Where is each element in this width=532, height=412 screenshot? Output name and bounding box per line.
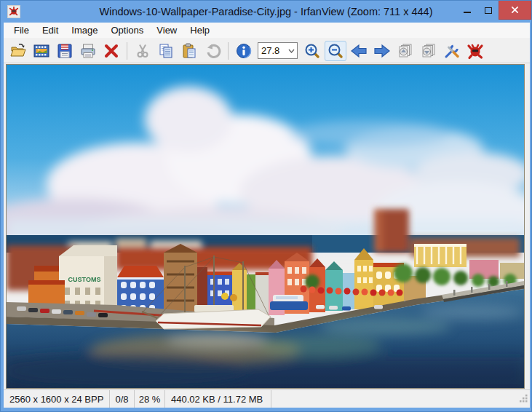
chevron-down-icon[interactable] [288,49,297,53]
maximize-button[interactable] [477,1,499,20]
image-canvas-area: CUSTOMS [4,63,530,389]
statusbar: 2560 x 1600 x 24 BPP 0/8 28 % 440.02 KB … [4,389,530,408]
status-page-index: 0/8 [110,390,135,408]
window-title: Windows-10-Wallpaper-Paradise-City.jpg -… [1,1,531,23]
photo-ferry [270,295,308,310]
minimize-button[interactable] [456,1,477,20]
about-button[interactable] [464,41,486,61]
toolbar-separator [228,42,229,60]
photo-willemstad: CUSTOMS [7,65,524,388]
irfanview-mascot-icon [467,42,484,60]
menu-image[interactable]: Image [65,23,104,37]
slideshow-button[interactable] [31,41,52,61]
undo-icon [204,42,221,60]
close-icon [511,6,519,14]
toolbar [4,39,530,63]
pages-up-icon [397,42,414,60]
resize-grip-icon[interactable] [520,395,528,403]
menu-edit[interactable]: Edit [36,23,65,37]
copy-button[interactable] [155,41,177,61]
cut-button[interactable] [132,41,154,61]
first-page-button[interactable] [394,41,416,61]
save-icon [56,42,74,60]
status-zoom-percent: 28 % [135,390,165,408]
undo-button[interactable] [202,41,223,61]
zoom-out-icon [327,42,344,60]
arrow-right-icon [373,42,392,60]
close-button[interactable] [499,1,531,20]
zoom-input[interactable] [258,45,285,56]
previous-image-button[interactable] [348,41,370,61]
maximize-icon [485,7,492,14]
menu-view[interactable]: View [150,23,183,37]
zoom-out-button[interactable] [325,41,346,61]
save-button[interactable] [54,41,76,61]
delete-icon [103,42,120,60]
menu-help[interactable]: Help [183,23,216,37]
print-icon [79,42,97,60]
zoom-in-button[interactable] [301,41,323,61]
image-viewport[interactable]: CUSTOMS [6,64,525,389]
pages-down-icon [420,42,437,60]
irfanview-mascot-icon [9,7,19,17]
info-icon [235,42,253,60]
copy-icon [157,42,175,60]
paste-clipboard-icon [180,42,198,60]
status-image-dimensions: 2560 x 1600 x 24 BPP [4,390,110,408]
customs-sign: CUSTOMS [68,276,101,283]
zoom-in-icon [303,42,321,60]
app-icon[interactable] [7,5,20,18]
open-folder-icon [9,42,27,60]
paste-button[interactable] [178,41,200,61]
menu-options[interactable]: Options [105,23,151,37]
print-button[interactable] [77,41,99,61]
status-file-size: 440.02 KB / 11.72 MB [165,390,271,408]
menubar: File Edit Image Options View Help [4,23,530,39]
toolbar-separator [127,42,127,60]
status-filler [271,390,530,408]
irfanview-window: Windows-10-Wallpaper-Paradise-City.jpg -… [0,0,532,412]
cut-scissors-icon [134,42,151,60]
arrow-left-icon [349,42,368,60]
tools-icon [443,42,461,60]
next-image-button[interactable] [371,41,393,61]
delete-button[interactable] [100,41,122,61]
slideshow-icon [33,42,50,60]
info-button[interactable] [233,41,255,61]
last-page-button[interactable] [418,41,440,61]
zoom-combobox[interactable] [258,42,298,59]
settings-button[interactable] [441,41,463,61]
titlebar[interactable]: Windows-10-Wallpaper-Paradise-City.jpg -… [1,1,531,23]
open-button[interactable] [7,41,29,61]
minimize-icon [464,12,471,13]
menu-file[interactable]: File [7,23,36,37]
